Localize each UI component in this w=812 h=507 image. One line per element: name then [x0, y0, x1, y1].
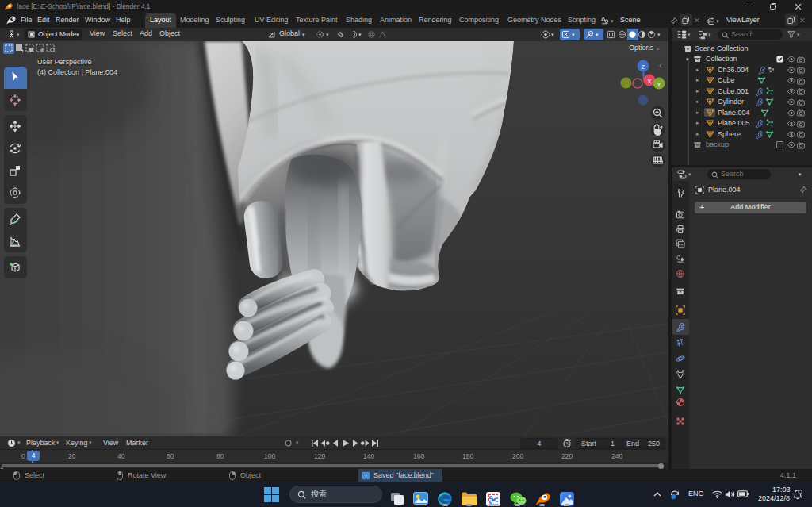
svg-text:Y: Y: [657, 81, 661, 88]
svg-text:X: X: [647, 78, 652, 85]
svg-text:Z: Z: [642, 63, 645, 71]
